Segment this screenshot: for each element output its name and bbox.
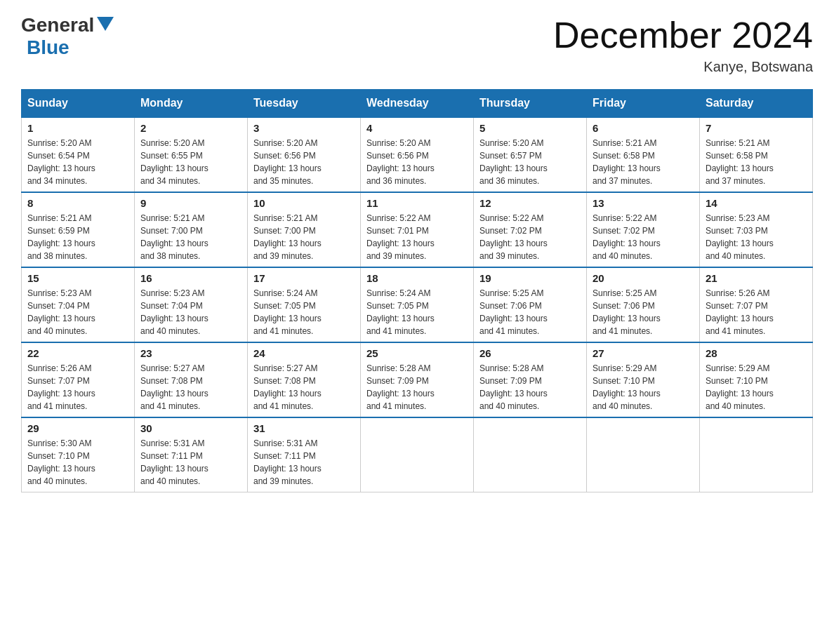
calendar-cell: 27Sunrise: 5:29 AMSunset: 7:10 PMDayligh… <box>587 342 700 417</box>
day-info: Sunrise: 5:21 AMSunset: 6:58 PMDaylight:… <box>593 137 694 187</box>
day-number: 11 <box>366 197 468 209</box>
day-info: Sunrise: 5:29 AMSunset: 7:10 PMDaylight:… <box>593 362 694 412</box>
calendar-cell: 18Sunrise: 5:24 AMSunset: 7:05 PMDayligh… <box>361 267 474 342</box>
calendar-table: SundayMondayTuesdayWednesdayThursdayFrid… <box>21 89 813 492</box>
calendar-week-row: 29Sunrise: 5:30 AMSunset: 7:10 PMDayligh… <box>22 417 813 492</box>
day-number: 13 <box>593 197 694 209</box>
calendar-cell: 8Sunrise: 5:21 AMSunset: 6:59 PMDaylight… <box>22 192 135 267</box>
calendar-cell: 9Sunrise: 5:21 AMSunset: 7:00 PMDaylight… <box>135 192 248 267</box>
day-info: Sunrise: 5:30 AMSunset: 7:10 PMDaylight:… <box>27 437 128 488</box>
day-info: Sunrise: 5:20 AMSunset: 6:54 PMDaylight:… <box>27 137 128 187</box>
day-number: 9 <box>140 197 241 209</box>
logo-general-text: General <box>21 14 94 36</box>
header-cell-saturday: Saturday <box>700 90 813 118</box>
header-cell-wednesday: Wednesday <box>361 90 474 118</box>
day-info: Sunrise: 5:21 AMSunset: 6:58 PMDaylight:… <box>706 137 807 187</box>
calendar-cell: 29Sunrise: 5:30 AMSunset: 7:10 PMDayligh… <box>22 417 135 492</box>
day-number: 25 <box>366 347 468 359</box>
header-cell-monday: Monday <box>135 90 248 118</box>
header-cell-friday: Friday <box>587 90 700 118</box>
day-number: 7 <box>706 122 807 134</box>
day-info: Sunrise: 5:21 AMSunset: 7:00 PMDaylight:… <box>140 212 241 262</box>
day-number: 28 <box>706 347 807 359</box>
calendar-cell: 28Sunrise: 5:29 AMSunset: 7:10 PMDayligh… <box>700 342 813 417</box>
calendar-cell: 26Sunrise: 5:28 AMSunset: 7:09 PMDayligh… <box>474 342 587 417</box>
calendar-cell <box>474 417 587 492</box>
calendar-header: SundayMondayTuesdayWednesdayThursdayFrid… <box>22 90 813 118</box>
day-info: Sunrise: 5:23 AMSunset: 7:03 PMDaylight:… <box>706 212 807 262</box>
day-info: Sunrise: 5:29 AMSunset: 7:10 PMDaylight:… <box>706 362 807 412</box>
day-info: Sunrise: 5:27 AMSunset: 7:08 PMDaylight:… <box>140 362 241 412</box>
day-number: 30 <box>140 422 241 434</box>
day-number: 29 <box>27 422 128 434</box>
day-info: Sunrise: 5:28 AMSunset: 7:09 PMDaylight:… <box>366 362 468 412</box>
day-number: 2 <box>140 122 241 134</box>
day-info: Sunrise: 5:31 AMSunset: 7:11 PMDaylight:… <box>140 437 241 488</box>
title-area: December 2024 Kanye, Botswana <box>553 14 813 75</box>
day-number: 26 <box>479 347 581 359</box>
day-info: Sunrise: 5:25 AMSunset: 7:06 PMDaylight:… <box>593 287 694 337</box>
day-info: Sunrise: 5:28 AMSunset: 7:09 PMDaylight:… <box>479 362 581 412</box>
day-info: Sunrise: 5:20 AMSunset: 6:56 PMDaylight:… <box>366 137 468 187</box>
calendar-cell <box>361 417 474 492</box>
day-number: 18 <box>366 272 468 284</box>
calendar-cell: 31Sunrise: 5:31 AMSunset: 7:11 PMDayligh… <box>248 417 361 492</box>
calendar-cell: 13Sunrise: 5:22 AMSunset: 7:02 PMDayligh… <box>587 192 700 267</box>
calendar-cell: 20Sunrise: 5:25 AMSunset: 7:06 PMDayligh… <box>587 267 700 342</box>
day-info: Sunrise: 5:25 AMSunset: 7:06 PMDaylight:… <box>479 287 581 337</box>
header-row: SundayMondayTuesdayWednesdayThursdayFrid… <box>22 90 813 118</box>
day-info: Sunrise: 5:24 AMSunset: 7:05 PMDaylight:… <box>366 287 468 337</box>
day-number: 6 <box>593 122 694 134</box>
day-info: Sunrise: 5:31 AMSunset: 7:11 PMDaylight:… <box>253 437 355 488</box>
day-info: Sunrise: 5:21 AMSunset: 6:59 PMDaylight:… <box>27 212 128 262</box>
day-info: Sunrise: 5:26 AMSunset: 7:07 PMDaylight:… <box>27 362 128 412</box>
calendar-week-row: 22Sunrise: 5:26 AMSunset: 7:07 PMDayligh… <box>22 342 813 417</box>
calendar-cell: 12Sunrise: 5:22 AMSunset: 7:02 PMDayligh… <box>474 192 587 267</box>
calendar-week-row: 15Sunrise: 5:23 AMSunset: 7:04 PMDayligh… <box>22 267 813 342</box>
month-title: December 2024 <box>553 14 813 56</box>
calendar-cell: 7Sunrise: 5:21 AMSunset: 6:58 PMDaylight… <box>700 117 813 192</box>
day-number: 16 <box>140 272 241 284</box>
day-info: Sunrise: 5:20 AMSunset: 6:55 PMDaylight:… <box>140 137 241 187</box>
day-info: Sunrise: 5:23 AMSunset: 7:04 PMDaylight:… <box>27 287 128 337</box>
day-number: 22 <box>27 347 128 359</box>
calendar-cell: 2Sunrise: 5:20 AMSunset: 6:55 PMDaylight… <box>135 117 248 192</box>
calendar-cell: 23Sunrise: 5:27 AMSunset: 7:08 PMDayligh… <box>135 342 248 417</box>
calendar-week-row: 8Sunrise: 5:21 AMSunset: 6:59 PMDaylight… <box>22 192 813 267</box>
day-info: Sunrise: 5:24 AMSunset: 7:05 PMDaylight:… <box>253 287 355 337</box>
calendar-cell: 22Sunrise: 5:26 AMSunset: 7:07 PMDayligh… <box>22 342 135 417</box>
calendar-cell: 4Sunrise: 5:20 AMSunset: 6:56 PMDaylight… <box>361 117 474 192</box>
calendar-cell: 24Sunrise: 5:27 AMSunset: 7:08 PMDayligh… <box>248 342 361 417</box>
day-number: 15 <box>27 272 128 284</box>
calendar-cell <box>587 417 700 492</box>
calendar-body: 1Sunrise: 5:20 AMSunset: 6:54 PMDaylight… <box>22 117 813 492</box>
calendar-cell: 19Sunrise: 5:25 AMSunset: 7:06 PMDayligh… <box>474 267 587 342</box>
logo-triangle-icon <box>97 17 114 31</box>
day-number: 10 <box>253 197 355 209</box>
calendar-cell: 3Sunrise: 5:20 AMSunset: 6:56 PMDaylight… <box>248 117 361 192</box>
day-number: 17 <box>253 272 355 284</box>
day-number: 19 <box>479 272 581 284</box>
day-number: 14 <box>706 197 807 209</box>
day-info: Sunrise: 5:21 AMSunset: 7:00 PMDaylight:… <box>253 212 355 262</box>
day-number: 23 <box>140 347 241 359</box>
day-info: Sunrise: 5:22 AMSunset: 7:02 PMDaylight:… <box>593 212 694 262</box>
calendar-cell: 11Sunrise: 5:22 AMSunset: 7:01 PMDayligh… <box>361 192 474 267</box>
header-cell-sunday: Sunday <box>22 90 135 118</box>
header-cell-tuesday: Tuesday <box>248 90 361 118</box>
calendar-cell: 16Sunrise: 5:23 AMSunset: 7:04 PMDayligh… <box>135 267 248 342</box>
day-info: Sunrise: 5:27 AMSunset: 7:08 PMDaylight:… <box>253 362 355 412</box>
day-number: 31 <box>253 422 355 434</box>
day-number: 8 <box>27 197 128 209</box>
calendar-cell: 14Sunrise: 5:23 AMSunset: 7:03 PMDayligh… <box>700 192 813 267</box>
calendar-cell <box>700 417 813 492</box>
calendar-week-row: 1Sunrise: 5:20 AMSunset: 6:54 PMDaylight… <box>22 117 813 192</box>
page-header: General Blue December 2024 Kanye, Botswa… <box>21 14 813 75</box>
calendar-cell: 15Sunrise: 5:23 AMSunset: 7:04 PMDayligh… <box>22 267 135 342</box>
calendar-cell: 6Sunrise: 5:21 AMSunset: 6:58 PMDaylight… <box>587 117 700 192</box>
day-number: 24 <box>253 347 355 359</box>
day-info: Sunrise: 5:23 AMSunset: 7:04 PMDaylight:… <box>140 287 241 337</box>
calendar-cell: 25Sunrise: 5:28 AMSunset: 7:09 PMDayligh… <box>361 342 474 417</box>
day-info: Sunrise: 5:20 AMSunset: 6:57 PMDaylight:… <box>479 137 581 187</box>
header-cell-thursday: Thursday <box>474 90 587 118</box>
